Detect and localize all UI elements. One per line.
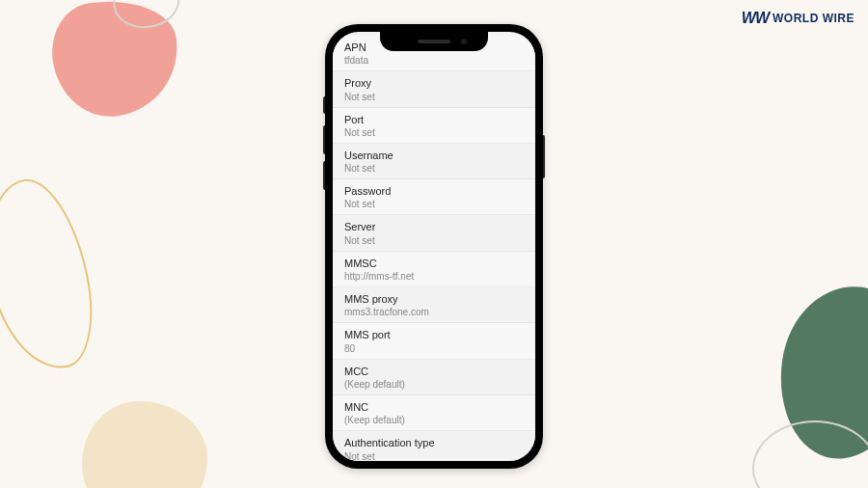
apn-row-auth-type[interactable]: Authentication type Not set [333, 431, 535, 461]
apn-row-proxy[interactable]: Proxy Not set [333, 71, 535, 107]
row-label: MNC [344, 400, 524, 414]
row-label: MCC [344, 365, 524, 378]
row-value: 80 [344, 342, 524, 355]
row-value: Not set [344, 91, 524, 103]
brand-logo: WW WORLD WIRE [742, 10, 854, 27]
decorative-blob-cream [82, 401, 207, 488]
row-value: Not set [344, 162, 524, 175]
apn-row-mnc[interactable]: MNC (Keep default) [333, 395, 535, 431]
row-label: Password [344, 184, 524, 198]
apn-settings-list[interactable]: APN tfdata Proxy Not set Port Not set Us… [333, 32, 535, 461]
row-value: (Keep default) [344, 378, 524, 391]
brand-logo-mark: WW [742, 10, 769, 27]
row-value: Not set [344, 126, 524, 139]
row-label: Username [344, 149, 524, 162]
phone-volume-up [323, 125, 325, 154]
row-label: MMS port [344, 328, 524, 341]
phone-mockup: APN tfdata Proxy Not set Port Not set Us… [325, 24, 543, 469]
decorative-blob-pink [45, 0, 185, 123]
row-label: MMS proxy [344, 292, 524, 306]
row-value: tfdata [344, 54, 524, 67]
phone-power-button [543, 135, 545, 178]
row-value: Not set [344, 234, 524, 247]
row-value: (Keep default) [344, 414, 524, 426]
apn-row-server[interactable]: Server Not set [333, 215, 535, 251]
camera-icon [461, 39, 467, 44]
row-value: mms3.tracfone.com [344, 306, 524, 318]
row-label: Server [344, 220, 524, 233]
apn-row-mms-port[interactable]: MMS port 80 [333, 323, 535, 359]
decorative-outline-yellow [0, 171, 106, 379]
decorative-outline-gray [752, 420, 868, 488]
apn-row-mms-proxy[interactable]: MMS proxy mms3.tracfone.com [333, 287, 535, 323]
apn-row-username[interactable]: Username Not set [333, 144, 535, 179]
brand-logo-text: WORLD WIRE [773, 12, 854, 25]
phone-mute-switch [323, 96, 325, 114]
apn-row-mcc[interactable]: MCC (Keep default) [333, 360, 535, 395]
row-label: MMSC [344, 257, 524, 270]
apn-row-password[interactable]: Password Not set [333, 179, 535, 215]
apn-row-mmsc[interactable]: MMSC http://mms-tf.net [333, 252, 535, 287]
row-value: Not set [344, 450, 524, 461]
row-value: http://mms-tf.net [344, 270, 524, 283]
row-label: Proxy [344, 76, 524, 90]
row-value: Not set [344, 198, 524, 210]
phone-volume-down [323, 161, 325, 190]
speaker-icon [418, 40, 450, 43]
apn-row-port[interactable]: Port Not set [333, 108, 535, 144]
row-label: Authentication type [344, 436, 524, 449]
row-label: Port [344, 113, 524, 126]
phone-notch [380, 32, 488, 51]
phone-screen: APN tfdata Proxy Not set Port Not set Us… [333, 32, 535, 461]
